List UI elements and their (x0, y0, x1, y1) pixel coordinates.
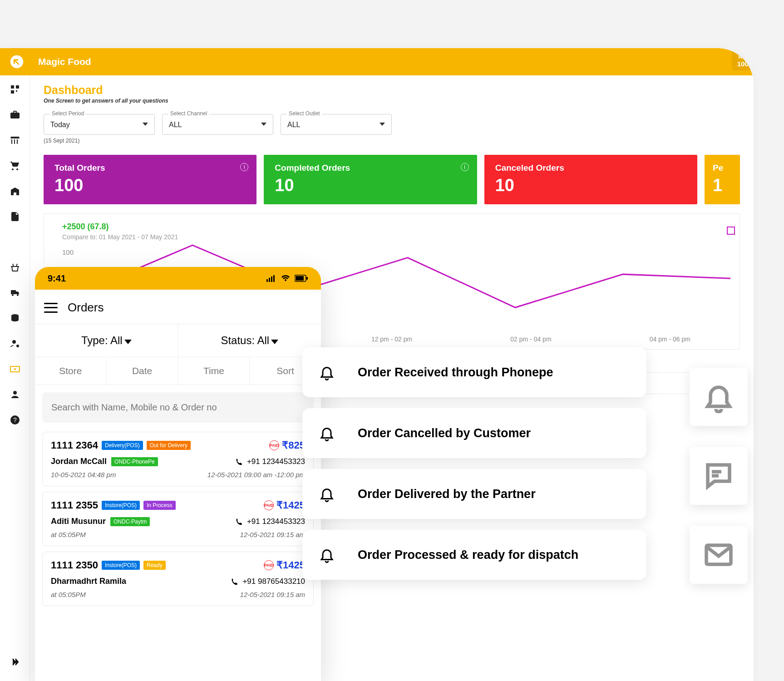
outlet-label: Select Outlet (287, 110, 322, 117)
nav-truck-icon[interactable] (9, 287, 21, 299)
col-store[interactable]: Store (35, 357, 107, 385)
info-icon[interactable]: i (240, 163, 248, 171)
outlet-select[interactable]: Select Outlet ALL (281, 114, 392, 135)
mobile-header: Orders (35, 290, 321, 324)
nav-user-settings-icon[interactable] (9, 338, 21, 350)
order-item[interactable]: 1111 2355 Instore(POS)In Process PAID₹14… (42, 492, 314, 546)
sidebar-expand-button[interactable] (9, 656, 21, 668)
nav-analytics-icon[interactable] (9, 236, 21, 248)
chevron-down-icon (124, 340, 132, 344)
float-messages-button[interactable] (690, 447, 748, 505)
order-timestamp: 10-05-2021 04:48 pm (51, 471, 116, 479)
notification-card[interactable]: Order Delivered by the Partner (302, 469, 646, 519)
signal-icon (266, 275, 276, 282)
bell-icon (319, 425, 335, 441)
card-value: 1 (713, 176, 737, 195)
order-price: PAID₹825 (269, 439, 305, 451)
nav-payment-icon[interactable] (9, 363, 21, 375)
source-tag: ONDC-PhonePe (111, 457, 158, 466)
svg-text:?: ? (13, 416, 17, 424)
order-item[interactable]: 1111 2364 Delivery(POS)Out for Delivery … (42, 432, 314, 486)
card-label: Total Orders (54, 163, 246, 173)
col-time[interactable]: Time (178, 357, 250, 385)
type-filter-tab[interactable]: Type: All (35, 324, 178, 357)
svg-point-8 (13, 391, 17, 395)
nav-cart-icon[interactable] (9, 160, 21, 172)
sidebar: ? (0, 75, 30, 681)
mobile-search (35, 385, 321, 432)
order-number: 1111 2364 (51, 439, 98, 451)
svg-rect-13 (271, 276, 272, 282)
order-number: 1111 2350 (51, 559, 98, 571)
notification-text: Order Received through Phonepe (358, 365, 553, 380)
order-tag: In Process (143, 501, 176, 510)
status-icons (266, 275, 308, 282)
user-id: 1002 (737, 60, 752, 68)
channel-select[interactable]: Select Channel ALL (162, 114, 273, 135)
filter-row: Select Period Today (15 Sept 2021) Selec… (44, 114, 740, 144)
customer-phone[interactable]: +91 1234453323 (235, 517, 305, 526)
battery-icon (295, 275, 308, 282)
card-label: Canceled Orders (495, 163, 686, 173)
order-list: 1111 2364 Delivery(POS)Out for Delivery … (35, 432, 321, 606)
info-icon[interactable]: i (461, 163, 469, 171)
card-pending-orders[interactable]: Pe 1 (705, 155, 740, 204)
brand-name: Magic Food (38, 56, 91, 67)
nav-warehouse-icon[interactable] (9, 185, 21, 197)
notification-card[interactable]: Order Received through Phonepe (302, 347, 646, 397)
nav-support-icon[interactable] (9, 389, 21, 400)
card-label: Completed Orders (275, 163, 466, 173)
float-email-button[interactable] (690, 526, 748, 584)
notification-card[interactable]: Order Cancelled by Customer (302, 408, 646, 458)
x-tick: 02 pm - 04 pm (461, 336, 600, 343)
col-date[interactable]: Date (107, 357, 178, 385)
order-delivery-window: 12-05-2021 09:15 am (240, 591, 305, 598)
brand-logo-icon (5, 50, 28, 73)
bell-icon (702, 380, 735, 413)
user-badge[interactable]: Moh 1002 (732, 50, 754, 70)
nav-briefcase-icon[interactable] (9, 109, 21, 121)
card-total-orders[interactable]: i Total Orders 100 (44, 155, 256, 204)
status-filter-tab[interactable]: Status: All (178, 324, 321, 357)
order-timestamp: at 05:05PM (51, 591, 86, 598)
card-completed-orders[interactable]: i Completed Orders 10 (264, 155, 477, 204)
nav-dashboard-icon[interactable] (9, 84, 21, 95)
card-canceled-orders[interactable]: Canceled Orders 10 (484, 155, 697, 204)
order-delivery-window: 12-05-2021 09:00 am -12:00 pm (207, 471, 305, 479)
stat-cards: i Total Orders 100 i Completed Orders 10… (44, 155, 740, 204)
customer-phone[interactable]: +91 98765433210 (231, 577, 305, 586)
nav-store-icon[interactable] (9, 134, 21, 146)
hamburger-icon[interactable] (44, 303, 58, 313)
period-select[interactable]: Select Period Today (44, 114, 155, 135)
bell-icon (319, 547, 335, 563)
bell-icon (319, 486, 335, 502)
card-label: Pe (713, 163, 737, 173)
order-price: PAID₹1425 (264, 559, 305, 571)
floating-actions (690, 368, 748, 584)
nav-basket-icon[interactable] (9, 262, 21, 273)
order-price: PAID₹1425 (264, 499, 305, 511)
notification-text: Order Processed & ready for dispatch (358, 548, 578, 562)
card-value: 10 (275, 176, 466, 195)
svg-point-7 (14, 368, 16, 370)
nav-document-icon[interactable] (9, 211, 21, 222)
order-tag: Instore(POS) (102, 501, 140, 510)
customer-phone[interactable]: +91 1234453323 (235, 457, 305, 466)
nav-coins-icon[interactable] (9, 312, 21, 324)
x-tick: 12 pm - 02 pm (322, 336, 461, 343)
bell-icon (319, 364, 335, 380)
paid-badge-icon: PAID (264, 560, 274, 570)
search-input[interactable] (42, 392, 314, 423)
customer-name: Aditi Musunur (51, 517, 106, 526)
period-label: Select Period (50, 110, 86, 117)
order-tag: Delivery(POS) (102, 441, 143, 450)
order-item[interactable]: 1111 2350 Instore(POS)Ready PAID₹1425 Dh… (42, 552, 314, 606)
nav-help-icon[interactable]: ? (9, 414, 21, 426)
order-tag: Out for Delivery (147, 441, 191, 450)
status-time: 9:41 (48, 273, 66, 284)
paid-badge-icon: PAID (269, 440, 279, 450)
notification-card[interactable]: Order Processed & ready for dispatch (302, 530, 646, 580)
mobile-title: Orders (68, 301, 104, 315)
float-notifications-button[interactable] (690, 368, 748, 426)
order-number: 1111 2355 (51, 499, 98, 511)
